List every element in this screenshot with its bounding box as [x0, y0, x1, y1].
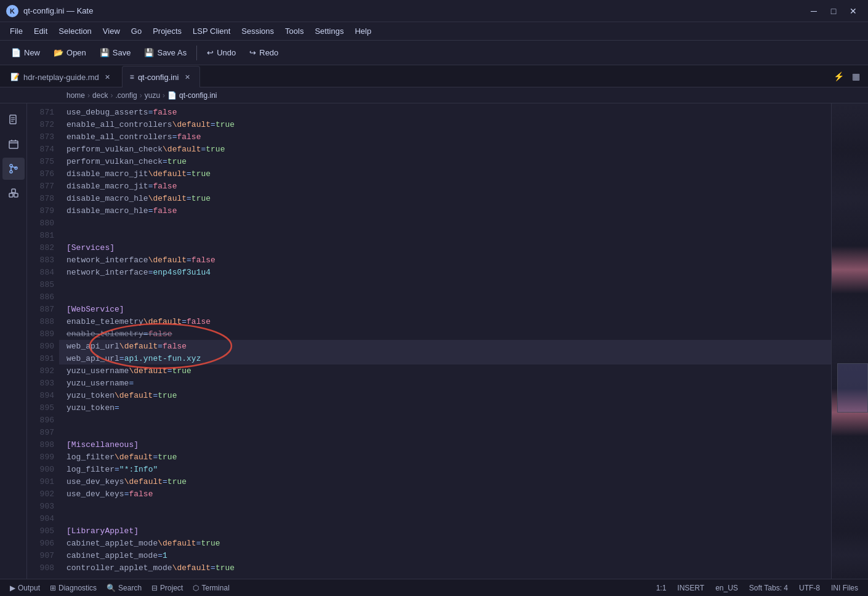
breadcrumb-current-label: qt-config.ini [179, 91, 217, 100]
breadcrumb-home[interactable]: home [66, 91, 85, 100]
line-number: 876 [27, 167, 59, 180]
code-line: perform_vulkan_check\default=true [59, 143, 831, 155]
git-icon-btn[interactable] [2, 158, 25, 180]
close-button[interactable]: ✕ [845, 4, 862, 18]
section-header: [Miscellaneous] [66, 440, 139, 449]
tab-hdr-netplay[interactable]: 📝 hdr-netplay-guide.md ✕ [2, 66, 121, 87]
code-line: controller_applet_mode\default=true [59, 562, 831, 574]
section-header: [WebService] [66, 305, 124, 314]
minimap-viewport [837, 363, 868, 413]
code-line: use_dev_keys\default=true [59, 475, 831, 488]
diagnostics-button[interactable]: ⊞ Diagnostics [45, 582, 102, 594]
menu-view[interactable]: View [98, 25, 125, 38]
line-number: 890 [27, 340, 59, 352]
menu-help[interactable]: Help [350, 25, 376, 38]
menubar: File Edit Selection View Go Projects LSP… [0, 22, 868, 41]
open-button[interactable]: 📂 Open [47, 46, 92, 60]
code-line: use_dev_keys=false [59, 488, 831, 500]
line-number: 877 [27, 180, 59, 192]
line-number: 906 [27, 537, 59, 549]
svg-rect-9 [14, 193, 18, 197]
menu-settings[interactable]: Settings [310, 25, 348, 38]
locale-info: en_US [710, 582, 743, 594]
undo-button[interactable]: ↩ Undo [201, 46, 242, 60]
saveas-label: Save As [157, 48, 187, 57]
breadcrumb-yuzu[interactable]: yuzu [145, 91, 160, 100]
menu-go[interactable]: Go [126, 25, 147, 38]
section-header: [LibraryApplet] [66, 526, 139, 536]
edit-mode: INSERT [672, 582, 709, 594]
menu-edit[interactable]: Edit [29, 25, 52, 38]
code-content[interactable]: use_debug_asserts=falseenable_all_contro… [59, 103, 831, 579]
breadcrumb-config[interactable]: .config [115, 91, 137, 100]
menu-file[interactable]: File [5, 25, 28, 38]
cursor-position: 1:1 [651, 582, 672, 594]
documents-icon-btn[interactable] [2, 108, 25, 131]
search-icon: 🔍 [106, 584, 116, 592]
tab-hdr-close[interactable]: ✕ [103, 72, 113, 82]
line-number: 892 [27, 364, 59, 377]
code-line: cabinet_applet_mode\default=true [59, 537, 831, 549]
breadcrumb-deck[interactable]: deck [92, 91, 108, 100]
save-button[interactable]: 💾 Save [94, 46, 137, 60]
code-line: enable_telemetry\default=false [59, 315, 831, 328]
line-number: 894 [27, 389, 59, 401]
new-button[interactable]: 📄 New [5, 46, 46, 60]
redo-label: Redo [259, 48, 278, 57]
menu-lsp-client[interactable]: LSP Client [188, 25, 235, 38]
line-number: 896 [27, 414, 59, 426]
tab-qt-config[interactable]: ≡ qt-config.ini ✕ [122, 66, 201, 87]
pin-button[interactable]: ⚡ [831, 69, 846, 84]
code-line [59, 217, 831, 229]
line-number: 888 [27, 315, 59, 328]
tabbar-actions: ⚡ ▦ [831, 65, 866, 87]
minimap-content [832, 103, 868, 579]
project-label: Project [160, 584, 183, 592]
line-number: 874 [27, 143, 59, 155]
undo-icon: ↩ [207, 48, 214, 57]
terminal-label: Terminal [201, 584, 229, 592]
plugins-icon-btn[interactable] [2, 182, 25, 204]
maximize-button[interactable]: □ [825, 4, 842, 18]
line-number: 903 [27, 500, 59, 512]
save-icon: 💾 [100, 48, 110, 57]
files-icon-btn[interactable] [2, 133, 25, 155]
titlebar-controls: ─ □ ✕ [805, 4, 862, 18]
filetype-info: INI Files [826, 582, 863, 594]
terminal-button[interactable]: ⬡ Terminal [188, 582, 234, 594]
status-right: 1:1 INSERT en_US Soft Tabs: 4 UTF-8 INI … [651, 582, 863, 594]
tab-hdr-icon: 📝 [10, 73, 20, 81]
tab-qt-close[interactable]: ✕ [182, 72, 192, 82]
line-number: 897 [27, 426, 59, 438]
app-icon: K [6, 5, 18, 17]
search-button[interactable]: 🔍 Search [102, 582, 147, 594]
output-button[interactable]: ▶ Output [5, 582, 45, 594]
code-line [59, 414, 831, 426]
code-line: web_api_url=api.ynet-fun.xyz [59, 352, 831, 364]
code-line: enable_telemetry=false [59, 328, 831, 340]
code-line: network_interface=enp4s0f3u1u4 [59, 266, 831, 278]
line-number: 878 [27, 192, 59, 204]
redo-button[interactable]: ↪ Redo [243, 46, 284, 60]
breadcrumb-current: 📄 qt-config.ini [167, 91, 217, 100]
line-number: 873 [27, 131, 59, 143]
code-line: disable_macro_jit=false [59, 180, 831, 192]
minimap[interactable] [831, 103, 868, 579]
saveas-button[interactable]: 💾 Save As [138, 46, 193, 60]
code-line: disable_macro_hle\default=true [59, 192, 831, 204]
menu-selection[interactable]: Selection [54, 25, 96, 38]
menu-tools[interactable]: Tools [280, 25, 308, 38]
svg-rect-8 [9, 193, 13, 197]
code-line: yuzu_token= [59, 401, 831, 414]
split-button[interactable]: ▦ [848, 69, 863, 84]
line-number: 899 [27, 451, 59, 463]
menu-sessions[interactable]: Sessions [236, 25, 279, 38]
breadcrumb-sep-3: › [140, 91, 142, 100]
line-number: 902 [27, 488, 59, 500]
line-number: 883 [27, 254, 59, 266]
minimize-button[interactable]: ─ [805, 4, 822, 18]
project-button[interactable]: ⊟ Project [147, 582, 188, 594]
line-number: 908 [27, 562, 59, 574]
line-number: 895 [27, 401, 59, 414]
menu-projects[interactable]: Projects [148, 25, 187, 38]
